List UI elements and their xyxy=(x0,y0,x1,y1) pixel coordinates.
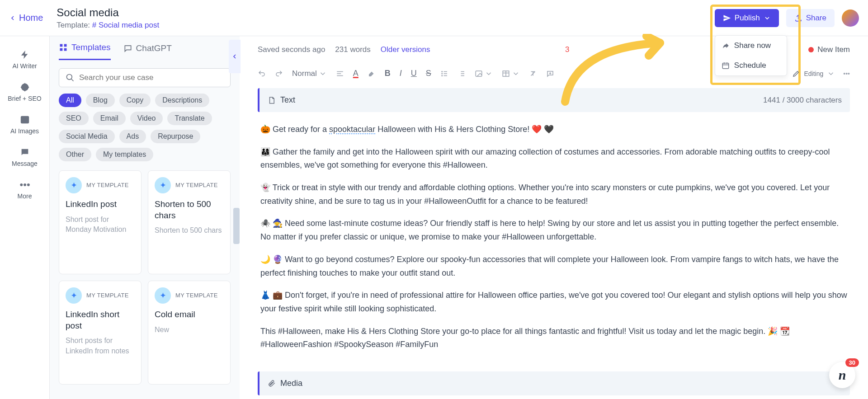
chip-seo[interactable]: SEO xyxy=(59,112,89,125)
highlight-icon xyxy=(368,70,376,78)
tab-templates[interactable]: Templates xyxy=(59,42,111,60)
image-icon xyxy=(20,115,30,125)
tab-label: Templates xyxy=(71,42,111,52)
chip-email[interactable]: Email xyxy=(93,112,126,125)
highlight-button[interactable] xyxy=(368,70,376,78)
chip-my-templates[interactable]: My templates xyxy=(96,148,153,161)
clear-format-button[interactable] xyxy=(529,70,537,78)
chip-ads[interactable]: Ads xyxy=(119,130,146,143)
chip-copy[interactable]: Copy xyxy=(119,94,151,107)
chip-descriptions[interactable]: Descriptions xyxy=(155,94,209,107)
sparkle-icon: ✦ xyxy=(155,177,171,193)
publish-button[interactable]: Publish xyxy=(715,9,779,27)
left-rail: AI Writer Brief + SEO AI Images Message … xyxy=(0,36,50,399)
template-card[interactable]: ✦MY TEMPLATE Shorten to 500 chars Shorte… xyxy=(148,170,231,274)
chat-icon xyxy=(123,44,132,53)
word-count: 231 words xyxy=(335,45,370,54)
rail-ai-writer[interactable]: AI Writer xyxy=(0,43,49,76)
italic-button[interactable]: I xyxy=(400,69,402,78)
sparkle-icon: ✦ xyxy=(66,287,82,304)
mode-select[interactable]: Editing ••• xyxy=(792,70,850,78)
add-attachments-button[interactable]: Add attachments xyxy=(258,395,850,399)
share-button[interactable]: Share xyxy=(786,9,835,27)
strike-button[interactable]: S xyxy=(426,69,431,78)
paragraph[interactable]: This #Halloween, make His & Hers Clothin… xyxy=(260,325,847,352)
align-button[interactable] xyxy=(336,70,344,78)
card-badge: MY TEMPLATE xyxy=(86,292,129,300)
template-card[interactable]: ✦MY TEMPLATE Cold email New xyxy=(148,281,231,385)
bold-button[interactable]: B xyxy=(385,69,391,78)
align-left-icon xyxy=(336,70,344,78)
rail-ai-images[interactable]: AI Images xyxy=(0,108,49,141)
rail-message[interactable]: Message xyxy=(0,141,49,174)
template-card[interactable]: ✦MY TEMPLATE LinkedIn post Short post fo… xyxy=(59,170,142,274)
more-icon[interactable]: ••• xyxy=(843,70,850,77)
spellcheck-underline: spooktacular xyxy=(329,125,375,134)
chevron-left-icon xyxy=(231,53,238,60)
editor-content[interactable]: 🎃 Get ready for a spooktacular Halloween… xyxy=(258,112,850,371)
share-label: Share xyxy=(806,14,826,23)
number-list-icon xyxy=(458,70,466,78)
comment-button[interactable] xyxy=(546,70,554,78)
chevron-down-icon xyxy=(319,70,327,78)
home-link[interactable]: Home xyxy=(9,13,43,23)
item-status[interactable]: New Item xyxy=(808,45,850,54)
svg-point-11 xyxy=(442,73,443,74)
chip-other[interactable]: Other xyxy=(59,148,91,161)
chip-translate[interactable]: Translate xyxy=(167,112,212,125)
rail-more[interactable]: ••• More xyxy=(0,174,49,206)
paragraph[interactable]: 👗 💼 Don't forget, if you're in need of p… xyxy=(260,289,847,315)
send-icon xyxy=(723,14,731,22)
insert-table-button[interactable] xyxy=(502,70,520,78)
template-link[interactable]: # Social media post xyxy=(92,21,159,29)
paragraph[interactable]: 👨‍👩‍👧 Gather the family and get into the… xyxy=(260,146,847,172)
rail-brief-seo[interactable]: Brief + SEO xyxy=(0,76,49,108)
template-line: Template: # Social media post xyxy=(57,21,159,30)
bullet-list-button[interactable] xyxy=(440,70,448,78)
chip-social-media[interactable]: Social Media xyxy=(59,130,115,143)
svg-rect-5 xyxy=(60,44,63,47)
rail-label: AI Images xyxy=(10,127,39,135)
chip-blog[interactable]: Blog xyxy=(86,94,115,107)
number-list-button[interactable] xyxy=(458,70,466,78)
collapse-sidebar-button[interactable] xyxy=(229,40,241,73)
clear-format-icon xyxy=(529,70,537,78)
editor-area: Saved seconds ago 231 words Older versio… xyxy=(240,36,868,399)
status-dot-icon xyxy=(808,47,814,52)
paragraph[interactable]: 🌙 🔮 Want to go beyond costumes? Explore … xyxy=(260,253,847,280)
scrollbar-thumb[interactable] xyxy=(233,208,240,244)
rail-label: More xyxy=(18,192,32,200)
chip-all[interactable]: All xyxy=(59,94,81,107)
chip-repurpose[interactable]: Repurpose xyxy=(151,130,200,143)
comment-icon xyxy=(546,70,554,78)
card-desc: Shorten to 500 chars xyxy=(155,225,224,235)
undo-button[interactable] xyxy=(258,70,266,78)
paragraph[interactable]: 🕷️ 🧙 Need some last-minute costume ideas… xyxy=(260,217,847,244)
notifications-button[interactable]: n 30 xyxy=(829,362,855,388)
home-label: Home xyxy=(19,13,43,23)
chip-video[interactable]: Video xyxy=(130,112,163,125)
paragraph[interactable]: 👻 Trick or treat in style with our trend… xyxy=(260,181,847,208)
insert-image-button[interactable] xyxy=(475,70,493,78)
rail-label: Brief + SEO xyxy=(8,95,41,102)
heading-select[interactable]: Normal xyxy=(292,69,327,78)
search-input[interactable] xyxy=(79,73,224,82)
paragraph[interactable]: 🎃 Get ready for a spooktacular Halloween… xyxy=(260,123,847,136)
text-block-header: Text 1441 / 3000 characters xyxy=(258,88,850,112)
format-label: Normal xyxy=(292,69,317,78)
user-avatar[interactable] xyxy=(842,9,859,27)
upload-icon xyxy=(794,14,802,22)
templates-sidebar: Templates ChatGPT All Blog Copy Descript… xyxy=(50,36,240,399)
older-versions-link[interactable]: Older versions xyxy=(381,45,430,54)
underline-button[interactable]: U xyxy=(411,69,417,78)
card-title: Shorten to 500 chars xyxy=(155,199,224,221)
redo-button[interactable] xyxy=(275,70,283,78)
tab-chatgpt[interactable]: ChatGPT xyxy=(123,42,172,60)
rail-label: Message xyxy=(12,160,38,167)
card-title: Cold email xyxy=(155,309,224,320)
template-card[interactable]: ✦MY TEMPLATE LinkedIn short post Short p… xyxy=(59,281,142,385)
search-box[interactable] xyxy=(59,68,231,87)
text-color-button[interactable]: A xyxy=(353,69,359,78)
bullet-list-icon xyxy=(440,70,448,78)
undo-icon xyxy=(258,70,266,78)
